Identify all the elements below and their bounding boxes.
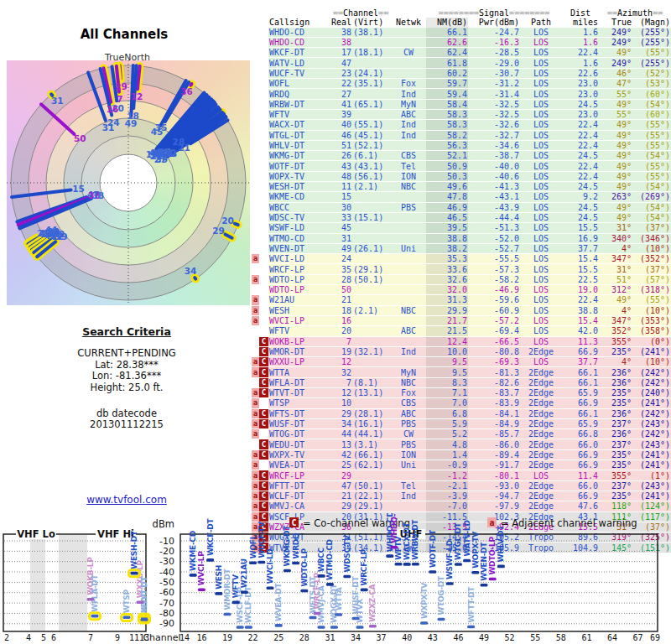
- table-row: WOTF-DT 43 (43.1) Tel 50.9 -40.0 LOS 22.…: [252, 161, 671, 171]
- network-cell: [391, 501, 426, 512]
- adjacent-warning-marker: [252, 202, 259, 212]
- station-bar-label: WVCI-LD: [266, 549, 274, 584]
- station-bar-label: WRCF-LP: [360, 548, 368, 585]
- real-channel-cell: 29: [330, 470, 352, 480]
- table-row: a WTOG-DT 44 (44.1) CW 5.2 -85.7 2Edge 6…: [252, 429, 671, 439]
- power-dbm-cell: -28.5: [468, 48, 520, 58]
- real-channel-cell: 38: [330, 28, 352, 38]
- distance-cell: 65.9: [562, 387, 599, 397]
- real-channel-cell: 15: [330, 192, 352, 202]
- virtual-channel-cell: (52.1): [352, 140, 391, 150]
- table-row: WRCF-LP 35 (29.1) 33.6 -57.3 LOS 15.5 31…: [252, 264, 671, 274]
- callsign-cell: WESH-DT: [268, 182, 330, 192]
- callsign-cell: WSWF-LD: [268, 223, 330, 233]
- network-cell: [391, 223, 426, 233]
- station-bar-label: WMVJ-CA: [317, 585, 325, 623]
- network-cell: Fox: [391, 79, 426, 89]
- station-signal-bar: [241, 590, 248, 594]
- nm-db-cell: 60.2: [426, 68, 468, 78]
- distance-cell: 66.8: [562, 429, 599, 439]
- azimuth-true-cell: 49°: [599, 99, 632, 109]
- adjacent-warning-marker: [252, 212, 259, 222]
- cochannel-warning-marker: [259, 274, 268, 284]
- distance-cell: 22.4: [562, 48, 599, 58]
- azimuth-magn-cell: (241°): [632, 449, 671, 460]
- adjacent-warning-marker: a: [252, 305, 259, 315]
- network-cell: [391, 274, 426, 284]
- station-signal-bar: [356, 626, 364, 629]
- adjacent-warning-marker: [252, 346, 259, 356]
- polar-spoke: [195, 278, 195, 279]
- db-datecode-block: db datecode 201301112215: [17, 408, 237, 430]
- cochannel-warning-marker: [259, 171, 268, 181]
- adjacent-warning-marker: a: [252, 387, 259, 397]
- azimuth-true-cell: 4°: [599, 357, 632, 367]
- tvfool-link[interactable]: www.tvfool.com: [86, 494, 167, 506]
- legend-adjacent-text: = Adjacent channel warning: [501, 517, 637, 529]
- real-channel-cell: 47: [330, 480, 352, 491]
- azimuth-true-cell: 237°: [599, 480, 632, 491]
- station-signal-bar: [91, 615, 99, 618]
- callsign-cell: WRCF-LP: [268, 264, 330, 274]
- station-signal-bar: [395, 563, 403, 566]
- vhf-channel-tick: 4: [26, 633, 31, 642]
- callsign-cell: WRCF-LP: [268, 470, 330, 480]
- path-cell: LOS: [520, 130, 562, 140]
- path-cell: LOS: [520, 140, 562, 150]
- power-dbm-cell: -91.7: [468, 460, 520, 470]
- nm-db-cell: 50.3: [426, 171, 468, 181]
- polar-channel-label: 19: [55, 231, 68, 242]
- cochannel-warning-marker: [259, 37, 268, 47]
- virtual-channel-cell: (3.1): [352, 439, 391, 449]
- callsign-cell: WOFL: [268, 79, 330, 89]
- table-row: C WMOR-DT 19 (32.1) Ind 10.0 -80.8 2Edge…: [252, 346, 671, 356]
- path-cell: LOS: [520, 68, 562, 78]
- uhf-channel-tick: 22: [248, 633, 258, 642]
- network-cell: [391, 192, 426, 202]
- path-cell: 2Edge: [520, 387, 562, 397]
- real-channel-cell: 12: [330, 387, 352, 397]
- path-cell: 2Edge: [520, 367, 562, 377]
- azimuth-true-cell: 118°: [599, 501, 632, 512]
- callsign-cell: WRDQ: [268, 89, 330, 99]
- station-signal-bar: [198, 588, 205, 591]
- virtual-channel-cell: (6.1): [352, 151, 391, 161]
- power-dbm-cell: -80.8: [468, 346, 520, 356]
- azimuth-magn-cell: (55°): [632, 171, 671, 181]
- cochannel-warning-marker: [259, 315, 268, 325]
- table-row: a C WRCF-LP 29 -1.2 -80.1 LOS 11.4 355° …: [252, 470, 671, 480]
- table-row: WSWF-LD 45 39.5 -51.3 LOS 15.5 31° (37°): [252, 223, 671, 233]
- network-cell: [391, 140, 426, 150]
- network-cell: PBS: [391, 418, 426, 428]
- network-cell: [391, 295, 426, 305]
- nm-db-cell: 1.4: [426, 449, 468, 460]
- cochannel-warning-marker: [259, 109, 268, 119]
- callsign-cell: WTOG-DT: [268, 429, 330, 439]
- table-row: WUCF-TV 23 (24.1) 60.2 -30.7 LOS 22.6 46…: [252, 68, 671, 78]
- adjacent-warning-marker: a: [252, 315, 259, 325]
- vhf-hi-label: VHF Hi: [97, 528, 134, 540]
- cochannel-warning-marker: [259, 264, 268, 274]
- network-cell: ION: [391, 171, 426, 181]
- azimuth-true-cell: 49°: [599, 212, 632, 222]
- power-dbm-cell: -32.7: [468, 130, 520, 140]
- callsign-cell: WVEN-DT: [268, 243, 330, 253]
- adjacent-warning-marker: [252, 439, 259, 449]
- dbm-tick-label: -10: [159, 536, 174, 547]
- adjacent-warning-marker: a: [252, 254, 259, 264]
- path-cell: 2Edge: [520, 346, 562, 356]
- cochannel-warning-marker: [259, 130, 268, 140]
- distance-cell: 38.8: [562, 305, 599, 315]
- power-dbm-cell: -66.5: [468, 336, 520, 346]
- virtual-channel-cell: (50.1): [352, 480, 391, 491]
- virtual-channel-cell: [352, 295, 391, 305]
- polar-channel-label: 17: [146, 149, 159, 159]
- station-bar-label: WKME-CD: [189, 531, 197, 571]
- station-bar-label: WOPX-TV: [471, 532, 480, 569]
- cochannel-warning-marker: C: [259, 357, 268, 367]
- network-cell: [391, 233, 426, 243]
- station-bar-label: WFLA-DT: [91, 574, 99, 611]
- real-channel-cell: 42: [330, 449, 352, 460]
- adjacent-warning-marker: [252, 285, 259, 295]
- power-dbm-cell: -51.3: [468, 223, 520, 233]
